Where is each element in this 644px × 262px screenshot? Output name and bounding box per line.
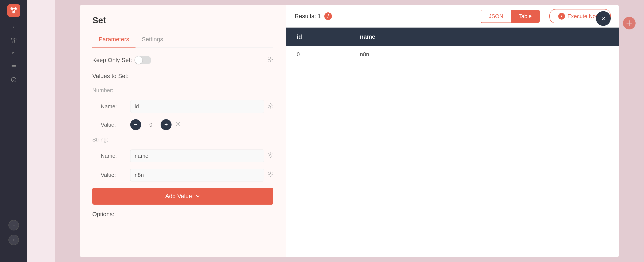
svg-point-22 — [270, 154, 271, 156]
string-value-input[interactable] — [130, 169, 264, 181]
json-view-button[interactable]: JSON — [481, 10, 511, 22]
table-view-button[interactable]: Table — [511, 10, 539, 22]
sidebar-item-help[interactable]: ? — [11, 77, 16, 84]
canvas-area: Set Parameters Settings Keep Only Set: — [28, 0, 644, 262]
tab-settings[interactable]: Settings — [136, 32, 170, 47]
keep-only-set-gear-icon[interactable] — [268, 57, 273, 64]
panel-title: Set — [92, 15, 273, 25]
table-row: 0 n8n — [286, 46, 619, 63]
values-to-set-label: Values to Set: — [92, 73, 273, 83]
number-name-label: Name: — [101, 103, 130, 110]
table-header-row: id name — [286, 27, 619, 46]
string-name-label: Name: — [101, 153, 130, 159]
tabs-container: Parameters Settings — [92, 32, 273, 47]
svg-point-23 — [270, 173, 271, 175]
sidebar: › ? — [0, 0, 28, 262]
string-name-gear-icon[interactable] — [268, 152, 273, 160]
svg-point-20 — [270, 105, 271, 107]
string-name-input[interactable] — [130, 149, 264, 162]
right-panel: Results: 1 i JSON Table Execute Node — [286, 5, 619, 257]
svg-point-19 — [270, 59, 271, 60]
keep-only-set-label: Keep Only Set: — [92, 57, 134, 63]
execute-play-icon — [558, 13, 565, 19]
view-toggle: JSON Table — [481, 10, 540, 23]
zoom-out-button[interactable]: − — [8, 220, 19, 231]
sidebar-item-workflow[interactable] — [11, 38, 16, 45]
string-value-gear-icon[interactable] — [268, 171, 273, 179]
sidebar-toggle[interactable]: › — [10, 23, 18, 29]
number-name-input[interactable] — [130, 100, 264, 113]
string-value-label: Value: — [101, 172, 130, 178]
tab-parameters[interactable]: Parameters — [92, 32, 136, 47]
column-header-name: name — [350, 27, 619, 46]
chevron-right-icon: › — [13, 24, 14, 29]
sidebar-logo[interactable] — [8, 4, 20, 17]
options-label: Options: — [92, 211, 273, 221]
zoom-in-button[interactable]: + — [8, 235, 19, 245]
keep-only-set-toggle[interactable] — [134, 56, 151, 64]
modal-overlay: Set Parameters Settings Keep Only Set: — [55, 0, 644, 262]
number-stepper: − 0 + — [130, 119, 172, 130]
add-value-button[interactable]: Add Value — [92, 188, 273, 205]
stepper-minus-button[interactable]: − — [130, 119, 141, 130]
data-table: id name 0 n8n — [286, 27, 619, 257]
cell-id: 0 — [286, 46, 350, 63]
stepper-value: 0 — [144, 122, 157, 128]
cell-name: n8n — [350, 46, 619, 63]
column-header-id: id — [286, 27, 350, 46]
sidebar-item-credentials[interactable] — [11, 51, 16, 58]
modal-dialog: Set Parameters Settings Keep Only Set: — [80, 5, 619, 257]
svg-point-21 — [177, 123, 179, 125]
number-value-label: Value: — [101, 122, 130, 128]
string-section-label: String: — [92, 136, 273, 145]
svg-point-11 — [14, 53, 16, 53]
number-section-label: Number: — [92, 87, 273, 96]
results-count: Results: 1 — [294, 13, 321, 19]
info-icon[interactable]: i — [324, 12, 332, 20]
number-value-gear-icon[interactable] — [175, 121, 181, 129]
results-header: Results: 1 i JSON Table Execute Node — [286, 5, 619, 27]
number-name-gear-icon[interactable] — [268, 103, 273, 110]
stepper-plus-button[interactable]: + — [160, 119, 172, 130]
close-icon: × — [601, 14, 606, 23]
close-button[interactable]: × — [596, 11, 611, 26]
svg-text:?: ? — [13, 78, 15, 81]
left-panel: Set Parameters Settings Keep Only Set: — [80, 5, 286, 257]
sidebar-item-executions[interactable] — [11, 64, 16, 71]
